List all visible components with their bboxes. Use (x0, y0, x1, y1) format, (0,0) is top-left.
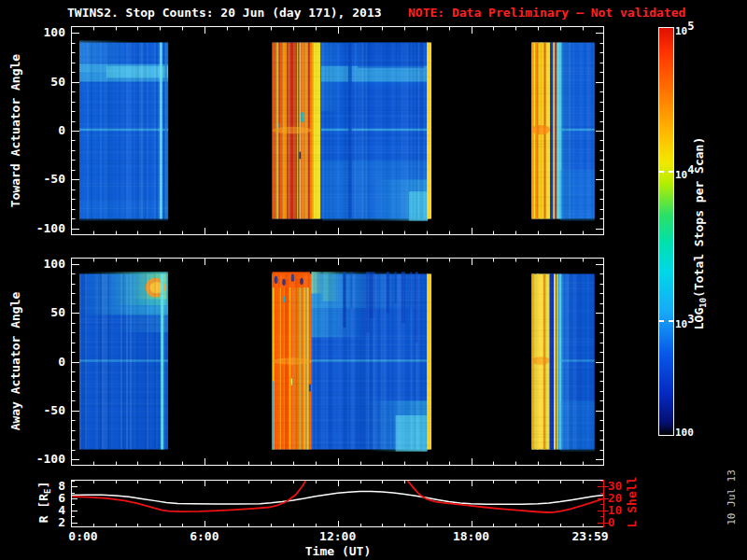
tick-label: -100 (24, 452, 65, 466)
title-row: TWINS2. Stop Counts: 20 Jun (day 171), 2… (0, 6, 747, 22)
tick-label: -50 (24, 172, 65, 186)
colorbar-tick-label: 100 (675, 427, 694, 439)
xaxis-title: Time (UT) (282, 544, 394, 558)
colorbar-tick-dash (658, 171, 674, 173)
plot-preliminary-note: NOTE: Data Preliminary – Not validated (408, 6, 685, 20)
colorbar (658, 27, 674, 436)
date-stamp: 10 Jul 13 (726, 469, 738, 525)
tick-label: 0:00 (55, 529, 111, 543)
tick-label: 50 (24, 305, 65, 319)
orbit-line-panel-canvas (71, 480, 612, 527)
tick-label: 2 (41, 515, 65, 529)
tick-label: 100 (24, 25, 65, 39)
tick-label: 6:00 (176, 529, 233, 543)
ylabel-away-actuator-angle: Away Actuator Angle (8, 292, 22, 431)
tick-label: 100 (24, 257, 65, 271)
toward-spectrogram-canvas (71, 26, 604, 235)
tick-label: 50 (24, 75, 65, 89)
colorbar-tick-label: 103 (675, 313, 694, 330)
tick-label: 0 (24, 123, 65, 137)
plot-title: TWINS2. Stop Counts: 20 Jun (day 171), 2… (67, 6, 382, 20)
colorbar-tick-label: 104 (675, 163, 694, 181)
colorbar-tick-dash (658, 320, 674, 322)
tick-label: 23:59 (562, 529, 618, 543)
ylabel-toward-actuator-angle: Toward Actuator Angle (8, 54, 22, 207)
colorbar-tick-label: 105 (675, 20, 694, 37)
tick-label: 0 (24, 355, 65, 369)
tick-label: 12:00 (310, 529, 366, 543)
tick-label: 18:00 (444, 529, 500, 543)
tick-label: -50 (24, 403, 65, 417)
tick-label: -100 (24, 221, 65, 235)
twins-stop-counts-figure: TWINS2. Stop Counts: 20 Jun (day 171), 2… (0, 0, 747, 560)
tick-label: 0 (608, 515, 636, 529)
away-spectrogram-canvas (71, 258, 604, 466)
